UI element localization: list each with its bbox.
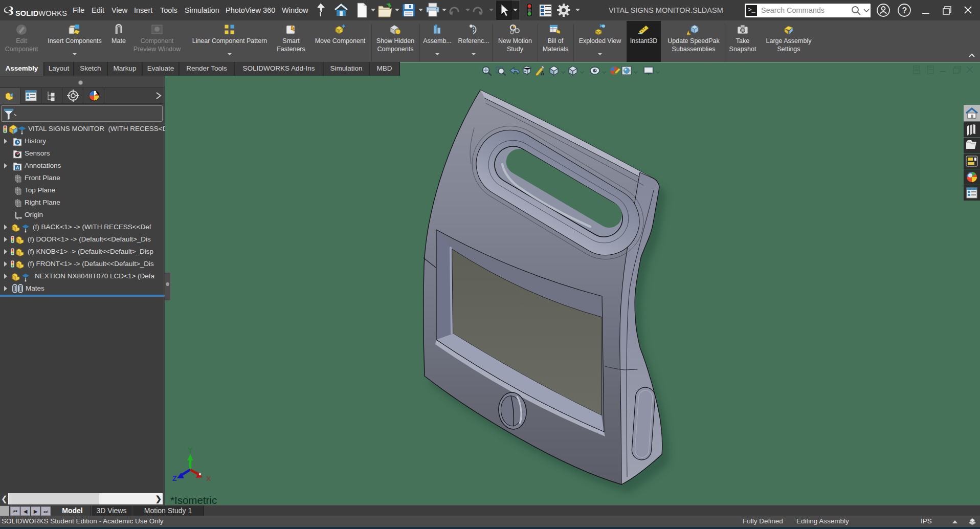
svg-text:!: ! <box>688 31 689 35</box>
svg-text:?: ? <box>902 6 907 15</box>
svg-text:SOLIDWORKS: SOLIDWORKS <box>15 9 67 17</box>
svg-text:A: A <box>16 165 19 170</box>
